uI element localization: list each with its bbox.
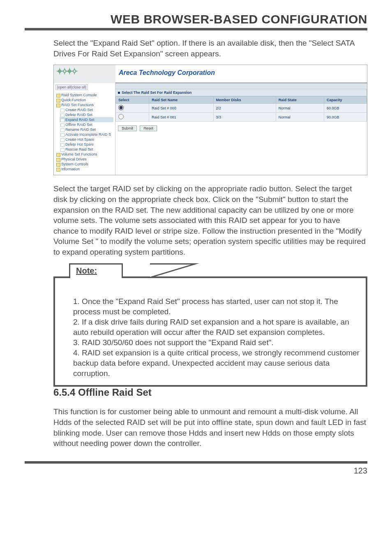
sidebar-item[interactable]: Expand RAID Set bbox=[60, 117, 113, 122]
table-header: Capacity bbox=[324, 97, 367, 104]
section-paragraph: This function is for customer being able… bbox=[53, 406, 367, 449]
table-header: Raid Set Name bbox=[149, 97, 213, 104]
after-paragraph: Select the target RAID set by clicking o… bbox=[53, 183, 367, 257]
tree-root-label[interactable]: Raid System Console bbox=[55, 93, 113, 97]
main-panel: Select The Raid Set For Raid Expansion S… bbox=[115, 83, 367, 175]
sidebar-item[interactable]: Create Hot Spare bbox=[60, 137, 113, 142]
section-heading: 6.5.4 Offline Raid Set bbox=[53, 387, 367, 398]
table-cell: Normal bbox=[276, 113, 324, 122]
corp-title: Areca Technology Corporation bbox=[115, 65, 367, 83]
sidebar-item[interactable]: RAID Set Functions bbox=[55, 102, 113, 107]
sidebar-item[interactable]: Delete Hot Spare bbox=[60, 142, 113, 147]
sidebar-item[interactable]: Delete RAID Set bbox=[60, 112, 113, 117]
note-triangle-inner bbox=[150, 265, 191, 277]
table-header: Raid State bbox=[276, 97, 324, 104]
logo-graphic: ✦✧✦✧ bbox=[56, 66, 76, 77]
note-line: 3. RAID 30/50/60 does not support the "E… bbox=[73, 337, 360, 348]
sidebar-item[interactable]: Activate Incomplete RAID S bbox=[60, 132, 113, 137]
note-line: 2. If a disk drive fails during RAID set… bbox=[73, 317, 360, 337]
header-band bbox=[115, 83, 367, 89]
table-cell: 3/3 bbox=[213, 113, 276, 122]
sidebar-item[interactable]: Create RAID Set bbox=[60, 107, 113, 112]
sidebar-item[interactable]: Offline RAID Set bbox=[60, 122, 113, 127]
note-body: 1. Once the "Expand Raid Set" process ha… bbox=[53, 276, 367, 387]
table-cell: Normal bbox=[276, 104, 324, 113]
intro-paragraph: Select the "Expand Raid Set" option. If … bbox=[53, 38, 367, 59]
sidebar-item[interactable]: Quick Function bbox=[55, 97, 113, 102]
top-rule bbox=[25, 28, 367, 30]
sidebar-item[interactable]: System Controls bbox=[55, 162, 113, 167]
sidebar-item[interactable]: Physical Drives bbox=[55, 157, 113, 162]
bottom-rule bbox=[25, 461, 367, 464]
note-line: 4. RAID set expansion is a quite critica… bbox=[73, 348, 360, 378]
sidebar: |open all|close all| Raid System Console… bbox=[54, 83, 115, 175]
tree-expand-collapse[interactable]: |open all|close all| bbox=[55, 84, 88, 90]
table-cell: 90.0GB bbox=[324, 113, 367, 122]
page-title: WEB BROWSER-BASED CONFIGURATION bbox=[25, 12, 367, 26]
table-row: Raid Set # 0002/2Normal60.0GB bbox=[116, 104, 367, 113]
areca-logo: ✦✧✦✧ bbox=[54, 65, 115, 83]
note-label: Note: bbox=[69, 263, 123, 278]
raid-set-table: SelectRaid Set NameMember DisksRaid Stat… bbox=[115, 96, 367, 122]
table-cell: Raid Set # 000 bbox=[149, 104, 213, 113]
screenshot-panel: ✦✧✦✧ Areca Technology Corporation |open … bbox=[53, 65, 367, 175]
select-radio[interactable] bbox=[118, 105, 124, 110]
table-header: Select bbox=[116, 97, 149, 104]
table-row: Raid Set # 0013/3Normal90.0GB bbox=[116, 113, 367, 122]
reset-button[interactable]: Reset bbox=[140, 125, 157, 131]
page-number: 123 bbox=[25, 466, 367, 476]
table-cell: 60.0GB bbox=[324, 104, 367, 113]
note-line: 1. Once the "Expand Raid Set" process ha… bbox=[73, 296, 360, 317]
table-cell: Raid Set # 001 bbox=[149, 113, 213, 122]
table-cell: 2/2 bbox=[213, 104, 276, 113]
select-radio[interactable] bbox=[118, 114, 124, 119]
submit-button[interactable]: Submit bbox=[118, 125, 137, 131]
sidebar-item[interactable]: Rescue Raid Set bbox=[60, 147, 113, 152]
note-block: Note: 1. Once the "Expand Raid Set" proc… bbox=[53, 263, 367, 374]
sidebar-item[interactable]: Information bbox=[55, 167, 113, 172]
table-header: Member Disks bbox=[213, 97, 276, 104]
sidebar-item[interactable]: Rename RAID Set bbox=[60, 127, 113, 132]
panel-title: Select The Raid Set For Raid Expansion bbox=[115, 89, 367, 96]
sidebar-item[interactable]: Volume Set Functions bbox=[55, 152, 113, 157]
